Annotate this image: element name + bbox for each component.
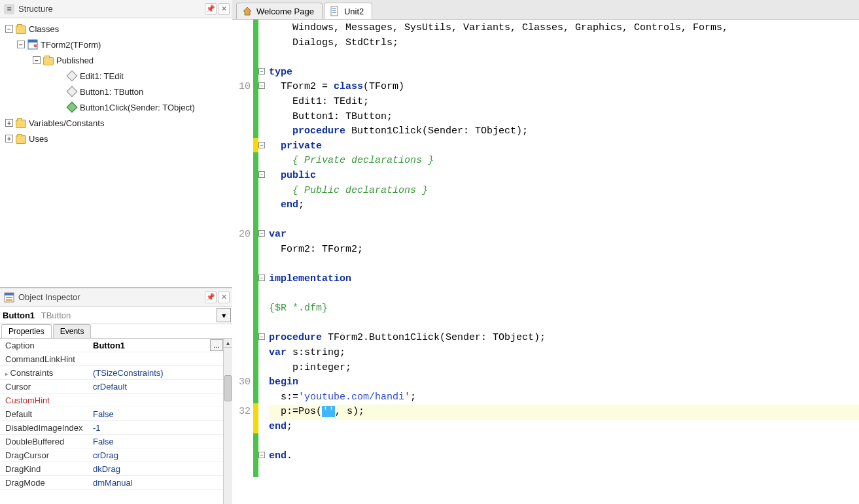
form-icon <box>27 39 38 50</box>
property-row[interactable]: DoubleBufferedFalse <box>0 435 232 448</box>
tree-node-edit1[interactable]: Edit1: TEdit <box>1 68 230 84</box>
property-row[interactable]: CaptionButton1… <box>0 339 232 352</box>
close-button[interactable]: ✕ <box>218 292 230 303</box>
property-name: DragMode <box>0 478 90 488</box>
ellipsis-button[interactable]: … <box>210 339 223 351</box>
tab-welcome-page[interactable]: Welcome Page <box>236 3 323 19</box>
selected-name: Button1 <box>3 311 35 320</box>
scroll-up[interactable]: ▲ <box>224 339 232 348</box>
tree-label: Classes <box>29 24 59 34</box>
fold-toggle[interactable]: − <box>258 230 265 237</box>
property-value[interactable]: crDefault <box>90 382 232 392</box>
fold-toggle[interactable]: − <box>258 68 265 75</box>
component-selector[interactable]: Button1 TButton ▾ <box>0 307 232 324</box>
svg-rect-5 <box>6 297 12 298</box>
scrollbar[interactable]: ▲ <box>223 339 232 504</box>
tree-label: Button1: TButton <box>80 87 143 97</box>
expand-icon[interactable]: − <box>33 56 41 64</box>
field-icon <box>67 71 78 82</box>
tab-unit2[interactable]: Unit2 <box>324 3 372 19</box>
field-icon <box>67 86 78 97</box>
tab-properties[interactable]: Properties <box>1 324 52 338</box>
structure-tree[interactable]: − Classes − TForm2(TForm) − Published <box>0 18 232 287</box>
property-name: Cursor <box>0 382 90 392</box>
property-name: Default <box>0 409 90 419</box>
line-number-gutter: 10203032 <box>232 20 253 504</box>
property-value[interactable]: crDrag <box>90 450 232 460</box>
tree-node-variables[interactable]: + Variables/Constants <box>1 115 230 131</box>
svg-point-2 <box>34 44 37 48</box>
svg-rect-4 <box>5 293 14 295</box>
property-row[interactable]: DragModedmManual <box>0 476 232 490</box>
structure-title: Structure <box>18 4 53 14</box>
tree-node-published[interactable]: − Published <box>1 52 230 68</box>
inspector-tabs: Properties Events <box>0 324 232 339</box>
selector-dropdown[interactable]: ▾ <box>217 308 231 322</box>
expand-icon[interactable]: − <box>5 25 13 33</box>
svg-rect-6 <box>6 299 12 301</box>
property-name: CustomHint <box>0 395 90 405</box>
fold-toggle[interactable]: − <box>258 171 265 178</box>
property-name: DragKind <box>0 464 90 474</box>
folder-icon <box>16 120 26 128</box>
property-row[interactable]: DefaultFalse <box>0 407 232 421</box>
inspector-icon <box>4 292 14 303</box>
tab-events[interactable]: Events <box>53 324 92 338</box>
structure-icon <box>4 4 14 14</box>
property-row[interactable]: DisabledImageIndex-1 <box>0 421 232 435</box>
file-tabs: Welcome Page Unit2 <box>232 0 859 20</box>
property-row[interactable]: Constraints(TSizeConstraints) <box>0 366 232 380</box>
folder-icon <box>43 57 54 65</box>
property-value[interactable]: -1 <box>90 423 232 433</box>
inspector-title: Object Inspector <box>18 292 80 302</box>
tree-node-classes[interactable]: − Classes <box>1 21 230 37</box>
property-value[interactable]: dmManual <box>90 478 232 488</box>
property-value[interactable]: False <box>90 437 232 446</box>
property-name: DisabledImageIndex <box>0 423 90 433</box>
pin-button[interactable]: 📌 <box>205 292 217 303</box>
code-body[interactable]: Windows, Messages, SysUtils, Variants, C… <box>266 20 859 504</box>
tree-label: Uses <box>29 134 48 144</box>
close-button[interactable]: ✕ <box>218 3 230 15</box>
fold-toggle[interactable]: − <box>258 275 265 281</box>
fold-toggle[interactable]: − <box>258 333 265 340</box>
property-row[interactable]: CustomHint <box>0 394 232 407</box>
property-name: DragCursor <box>0 450 90 460</box>
tree-label: Button1Click(Sender: TObject) <box>80 103 195 112</box>
property-name: Constraints <box>0 368 90 378</box>
expand-icon[interactable]: + <box>5 135 13 143</box>
fold-toggle[interactable]: − <box>258 142 265 148</box>
fold-toggle[interactable]: − <box>258 82 265 89</box>
tree-label: TForm2(TForm) <box>41 40 101 50</box>
tree-node-tform2[interactable]: − TForm2(TForm) <box>1 37 230 52</box>
tree-node-uses[interactable]: + Uses <box>1 131 230 146</box>
property-name: Caption <box>0 341 90 350</box>
property-row[interactable]: DragCursorcrDrag <box>0 448 232 462</box>
property-row[interactable]: CommandLinkHint <box>0 352 232 366</box>
change-gutter <box>253 20 258 504</box>
scroll-thumb[interactable] <box>224 375 232 401</box>
svg-rect-9 <box>332 10 336 11</box>
fold-gutter[interactable]: −−−−−−−− <box>258 20 266 504</box>
property-row[interactable]: CursorcrDefault <box>0 380 232 394</box>
property-row[interactable]: DragKinddkDrag <box>0 462 232 476</box>
tree-node-button1[interactable]: Button1: TButton <box>1 84 230 99</box>
method-icon <box>67 102 78 113</box>
code-editor[interactable]: 10203032 −−−−−−−− Windows, Messages, Sys… <box>232 20 859 504</box>
pin-button[interactable]: 📌 <box>205 3 217 15</box>
property-value[interactable]: (TSizeConstraints) <box>90 368 232 378</box>
property-value[interactable]: False <box>90 409 232 419</box>
svg-rect-10 <box>332 12 336 13</box>
expand-icon[interactable]: + <box>5 119 13 127</box>
structure-title-bar: Structure 📌 ✕ <box>0 0 232 18</box>
folder-icon <box>16 135 26 144</box>
tree-node-button1click[interactable]: Button1Click(Sender: TObject) <box>1 99 230 115</box>
selected-class: TButton <box>41 311 71 320</box>
expand-icon[interactable]: − <box>17 41 25 48</box>
tree-label: Published <box>56 56 94 65</box>
property-value[interactable]: Button1 <box>90 341 210 350</box>
fold-toggle[interactable]: − <box>258 452 265 458</box>
inspector-title-bar: Object Inspector 📌 ✕ <box>0 288 232 307</box>
property-value[interactable]: dkDrag <box>90 464 232 474</box>
property-grid[interactable]: CaptionButton1…CommandLinkHintConstraint… <box>0 339 232 504</box>
